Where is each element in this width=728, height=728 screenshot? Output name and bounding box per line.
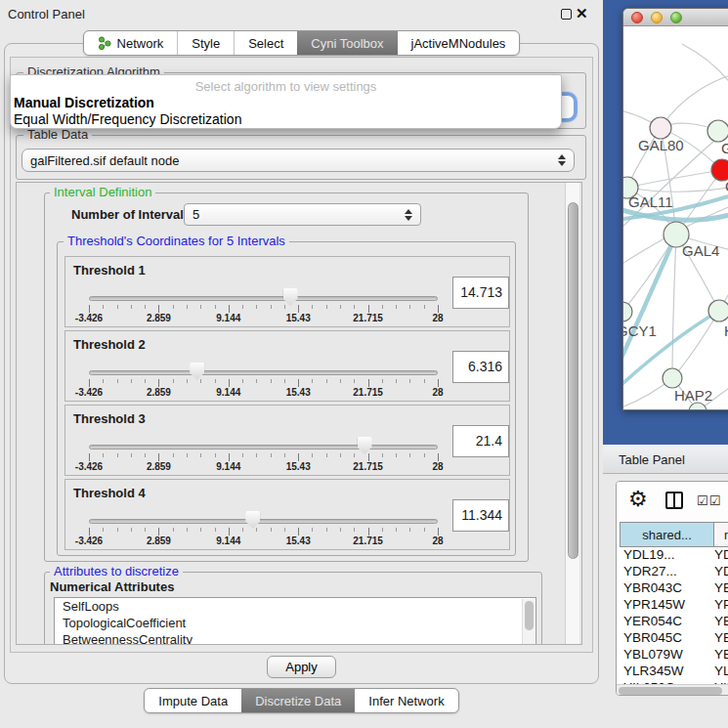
- network-view-window: GAL80GCGAL11GAL4GCY1HHAP2: [622, 8, 728, 410]
- zoom-traffic-light-icon[interactable]: [670, 12, 682, 23]
- slider-thumb[interactable]: [190, 363, 204, 380]
- network-node-label: G: [721, 140, 728, 156]
- table-cell[interactable]: YPR145W: [623, 597, 685, 612]
- panel-scrollbar[interactable]: [565, 183, 579, 644]
- scale-label: -3.426: [75, 313, 103, 323]
- table-cell[interactable]: YLR3: [714, 664, 728, 678]
- scrollbar-thumb[interactable]: [619, 687, 722, 695]
- slider-thumb[interactable]: [283, 288, 298, 306]
- network-canvas[interactable]: GAL80GCGAL11GAL4GCY1HHAP2: [623, 26, 728, 410]
- columns-icon[interactable]: [665, 492, 683, 509]
- table-cell[interactable]: YDL19...: [623, 547, 675, 562]
- table-row: YBL079WYBL0: [620, 647, 728, 664]
- network-node[interactable]: [708, 300, 728, 321]
- gear-icon[interactable]: ⚙: [628, 487, 648, 512]
- threshold-value-field[interactable]: 6.316: [452, 351, 509, 383]
- table-cell[interactable]: YBL0: [714, 647, 728, 662]
- scale-label: 2.859: [147, 313, 171, 323]
- scale-label: 15.43: [286, 387, 311, 398]
- table-cell[interactable]: YPR1: [714, 597, 728, 612]
- network-node[interactable]: [623, 302, 632, 321]
- network-node[interactable]: [650, 117, 671, 139]
- close-traffic-light-icon[interactable]: [631, 12, 643, 23]
- slider-track[interactable]: [89, 370, 438, 375]
- float-icon[interactable]: [561, 9, 572, 20]
- thresholds-group-title: Threshold's Coordinates for 5 Intervals: [64, 235, 289, 248]
- checkbox-icons[interactable]: ☑☑: [697, 493, 721, 508]
- threshold-value-field[interactable]: 21.4: [452, 425, 509, 457]
- table-row: YPR145WYPR1: [620, 597, 728, 614]
- table-cell[interactable]: YBR0: [714, 630, 728, 645]
- scale-label: 28: [432, 461, 443, 472]
- table-cell[interactable]: YDL1: [714, 547, 728, 562]
- close-icon[interactable]: ✕: [576, 5, 588, 22]
- table-cell[interactable]: YBL079W: [623, 647, 683, 662]
- threshold-value-field[interactable]: 11.344: [452, 499, 509, 532]
- network-node-label: GAL11: [628, 193, 673, 210]
- attribute-list-item[interactable]: BetweennessCentrality: [55, 631, 535, 645]
- numerical-attributes-list[interactable]: SelfLoopsTopologicalCoefficientBetweenne…: [54, 597, 536, 645]
- attribute-list-item[interactable]: SelfLoops: [55, 598, 535, 615]
- network-node[interactable]: [663, 368, 682, 388]
- interval-definition-title: Interval Definition: [50, 186, 155, 199]
- table-data-combobox[interactable]: galFiltered.sif default node: [21, 149, 575, 172]
- scrollbar-thumb[interactable]: [568, 202, 578, 559]
- slider-track[interactable]: [89, 445, 438, 450]
- tab-select[interactable]: Select: [234, 31, 297, 55]
- slider-track[interactable]: [89, 296, 438, 301]
- number-of-intervals-combobox[interactable]: 5: [184, 203, 421, 226]
- settings-scroll-area: Interval Definition Number of Intervals …: [16, 182, 582, 645]
- table-cell[interactable]: YLR345W: [623, 664, 684, 678]
- network-window-titlebar[interactable]: [623, 9, 728, 26]
- slider-thumb[interactable]: [245, 511, 260, 529]
- scale-label: -3.426: [75, 461, 103, 472]
- scale-label: 9.144: [216, 313, 240, 323]
- table-horizontal-scrollbar[interactable]: [617, 684, 728, 696]
- column-header-name[interactable]: na: [713, 522, 728, 547]
- table-cell[interactable]: YDR2: [714, 564, 728, 578]
- network-edge: [661, 71, 728, 128]
- tab-impute-data[interactable]: Impute Data: [145, 689, 241, 712]
- slider-track[interactable]: [89, 519, 438, 524]
- control-panel-tabbar: Network Style Select Cyni Toolbox jActiv…: [0, 30, 603, 56]
- table-cell[interactable]: YBR043C: [623, 580, 682, 595]
- threshold-value-field[interactable]: 14.713: [452, 277, 509, 309]
- cyni-mode-tabbar: Impute Data Discretize Data Infer Networ…: [0, 688, 603, 713]
- tab-cyni-toolbox[interactable]: Cyni Toolbox: [297, 31, 397, 55]
- table-cell[interactable]: YER0: [714, 614, 728, 628]
- network-node-label: HAP2: [674, 387, 712, 404]
- table-cell[interactable]: YBR045C: [623, 630, 682, 645]
- minimize-traffic-light-icon[interactable]: [651, 12, 663, 23]
- table-cell[interactable]: YBR0: [714, 580, 728, 595]
- network-edge: [627, 170, 722, 188]
- table-cell[interactable]: YDR27...: [623, 564, 677, 578]
- network-node-label: GCY1: [623, 322, 657, 339]
- table-cell[interactable]: YER054C: [623, 614, 682, 628]
- column-header-shared-name[interactable]: shared...: [620, 522, 714, 547]
- network-node[interactable]: [707, 120, 728, 142]
- scale-label: 21.715: [353, 313, 383, 323]
- network-node-label: GAL80: [638, 137, 684, 153]
- table-row: YBR043CYBR0: [620, 580, 728, 597]
- thresholds-groupbox: Threshold 1-3.4262.8599.14415.4321.71528…: [57, 241, 516, 556]
- apply-button[interactable]: Apply: [267, 656, 336, 678]
- dropdown-item-manual-discretization[interactable]: Manual Discretization: [14, 95, 154, 110]
- tab-infer-network[interactable]: Infer Network: [355, 689, 457, 712]
- slider-thumb[interactable]: [358, 437, 372, 454]
- number-of-intervals-value: 5: [193, 207, 401, 222]
- tab-discretize-data[interactable]: Discretize Data: [241, 689, 355, 712]
- scale-label: 21.715: [353, 387, 383, 398]
- tab-jactivemnodules[interactable]: jActiveMNodules: [398, 31, 520, 55]
- attribute-list-item[interactable]: TopologicalCoefficient: [55, 615, 535, 631]
- slider-scale-labels: -3.4262.8599.14415.4321.71528: [89, 461, 438, 473]
- attributes-group-title: Attributes to discretize: [50, 565, 183, 578]
- list-scrollbar[interactable]: [522, 599, 535, 645]
- dropdown-item-equal-width-frequency[interactable]: Equal Width/Frequency Discretization: [14, 111, 241, 127]
- threshold-panel: Threshold 4-3.4262.8599.14415.4321.71528…: [64, 479, 510, 550]
- tab-style[interactable]: Style: [177, 31, 234, 55]
- control-panel-titlebar: Control Panel ✕: [0, 0, 603, 27]
- tab-network[interactable]: Network: [84, 31, 178, 55]
- tab-label: Impute Data: [158, 694, 228, 708]
- tab-label: Cyni Toolbox: [311, 36, 383, 51]
- scale-label: 2.859: [147, 387, 171, 398]
